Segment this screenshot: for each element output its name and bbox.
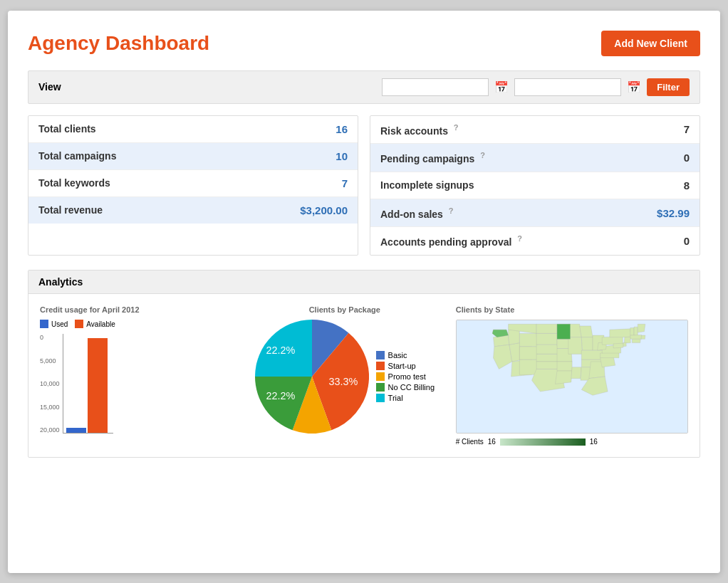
stat-label-total-revenue: Total revenue [38,204,103,216]
filter-bar-label: View [38,81,376,93]
stat-label-incomplete-signups: Incomplete signups [380,179,474,191]
stat-value-risk-accounts: 7 [684,123,690,135]
map-chart-block: Clients by State [456,305,688,446]
end-date-input[interactable] [514,78,621,96]
stats-right-panel: Risk accounts ? 7 Pending campaigns ? 0 … [370,115,700,256]
state-me [638,324,645,332]
stat-row-addon-sales: Add-on sales ? $32.99 [370,199,700,228]
pie-label-nocc: 22.2% [266,390,295,401]
pie-legend-nocc: No CC Billing [376,383,435,392]
map-legend-min: 16 [488,438,496,446]
legend-color-used [40,320,48,328]
pie-legend: Basic Start-up Promo test No CC Bil [376,351,435,402]
pie-label-trial: 22.2% [266,345,295,356]
state-ne [536,345,559,354]
help-icon-pending-approval[interactable]: ? [517,234,522,243]
analytics-header: Analytics [28,271,700,294]
legend-item-available: Available [75,320,115,328]
stat-value-total-campaigns: 10 [336,150,348,162]
stat-value-total-keywords: 7 [342,177,348,189]
state-ca [493,345,511,369]
pie-legend-label-startup: Start-up [388,362,416,370]
legend-color-available [75,320,83,328]
y-label-4: 0 [40,334,60,341]
pie-legend-startup: Start-up [376,362,435,370]
state-nm [519,359,537,374]
stat-value-pending-approval: 0 [684,235,690,247]
map-legend-max: 16 [590,438,598,446]
add-client-button[interactable]: Add New Client [601,31,700,56]
stats-section: Total clients 16 Total campaigns 10 Tota… [28,115,700,256]
us-map-svg [457,320,687,433]
pie-legend-color-nocc [376,383,385,392]
stat-row-total-clients: Total clients 16 [28,116,358,143]
pie-legend-label-basic: Basic [388,351,407,359]
y-label-2: 10,000 [40,380,60,387]
y-label-1: 15,000 [40,404,60,411]
state-id [508,330,519,345]
stat-row-pending-approval: Accounts pending approval ? 0 [370,227,700,255]
stats-left-panel: Total clients 16 Total campaigns 10 Tota… [28,115,358,256]
state-in [581,337,593,350]
stat-row-incomplete-signups: Incomplete signups 8 [370,172,700,199]
pie-legend-basic: Basic [376,351,435,359]
state-ar [557,362,572,371]
stat-label-total-clients: Total clients [38,123,96,135]
state-ct [632,339,640,342]
state-ny [610,329,631,337]
pie-legend-label-nocc: No CC Billing [388,383,435,392]
stat-value-total-clients: 16 [336,123,348,135]
legend-item-used: Used [40,320,68,328]
calendar-start-icon[interactable]: 📅 [494,80,509,94]
legend-label-used: Used [51,320,68,328]
map-chart-title: Clients by State [456,305,688,314]
pie-legend-trial: Trial [376,394,435,402]
stat-label-pending-campaigns: Pending campaigns ? [380,151,485,164]
stat-value-incomplete-signups: 8 [684,179,690,191]
analytics-content: Credit usage for April 2012 Used Availab… [28,294,700,457]
stat-row-total-revenue: Total revenue $3,200.00 [28,197,358,224]
state-nd [536,324,557,333]
stat-label-risk-accounts: Risk accounts ? [380,123,459,137]
pie-legend-promo: Promo test [376,372,435,381]
stat-row-risk-accounts: Risk accounts ? 7 [370,116,700,145]
filter-button[interactable]: Filter [647,78,690,96]
map-legend-bar: # Clients 16 16 [456,438,688,446]
bar-used [66,428,86,433]
pie-chart-title: Clients by Package [309,305,380,314]
page-wrapper: Agency Dashboard Add New Client View 📅 📅… [8,11,720,573]
pie-legend-color-promo [376,372,385,381]
map-legend-label: # Clients [456,438,484,446]
state-ma [630,335,642,340]
state-de [623,342,626,347]
stat-row-pending-campaigns: Pending campaigns ? 0 [370,144,700,172]
state-nh [634,327,638,335]
state-or [493,335,509,347]
help-icon-addon[interactable]: ? [449,206,454,215]
analytics-section: Analytics Credit usage for April 2012 Us… [28,270,700,458]
legend-label-available: Available [86,320,115,328]
state-wy [519,334,537,347]
calendar-end-icon[interactable]: 📅 [627,80,641,94]
state-ms [571,367,581,379]
help-icon-pending-campaigns[interactable]: ? [480,151,485,159]
help-icon-risk[interactable]: ? [454,123,459,132]
stat-label-addon-sales: Add-on sales ? [380,206,454,220]
pie-legend-color-startup [376,362,385,370]
filter-bar: View 📅 📅 Filter [28,70,700,104]
stat-value-addon-sales: $32.99 [657,207,690,219]
state-mi [579,326,592,337]
pie-label-startup: 33.3% [328,376,358,387]
bar-chart [63,334,113,434]
pie-legend-color-trial [376,394,385,402]
state-co [519,347,537,359]
state-ri [641,335,645,339]
pie-legend-label-promo: Promo test [388,372,426,381]
credit-usage-chart: Credit usage for April 2012 Used Availab… [40,305,234,446]
start-date-input[interactable] [382,78,489,96]
bar-chart-wrapper: 20,000 15,000 10,000 5,000 0 [40,334,234,434]
stat-label-total-keywords: Total keywords [38,177,110,189]
stat-row-total-campaigns: Total campaigns 10 [28,143,358,170]
pie-and-legend: 33.3% 22.2% 22.2% Basic Start-up [255,320,435,434]
state-mn-highlight [557,324,570,339]
